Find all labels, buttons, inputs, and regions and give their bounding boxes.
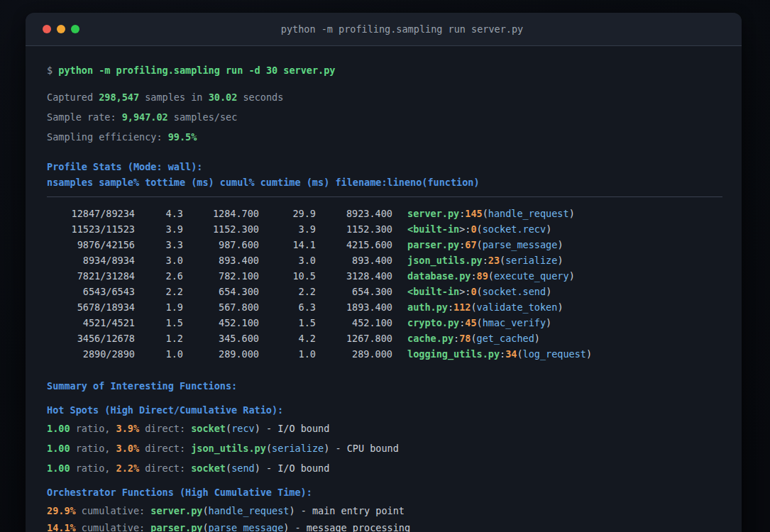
punctuation: : bbox=[453, 333, 459, 344]
stat-nsamples: 5678/18934 bbox=[47, 299, 135, 315]
terminal-body: $ python -m profiling.sampling run -d 30… bbox=[26, 46, 742, 532]
table-divider bbox=[47, 196, 722, 197]
punctuation: ( bbox=[477, 317, 483, 328]
description-note: - message processing bbox=[289, 522, 410, 532]
stat-cumtime: 893.400 bbox=[316, 253, 392, 268]
line-number: 0 bbox=[471, 286, 476, 297]
stat-location: <built-in>:0(socket.send) bbox=[392, 284, 722, 299]
captured-label: Captured bbox=[47, 92, 93, 103]
window-controls bbox=[43, 25, 79, 33]
hot-spots-title: Hot Spots (High Direct/Cumulative Ratio)… bbox=[47, 403, 722, 417]
zoom-button[interactable] bbox=[71, 25, 79, 33]
function-name: get_cached bbox=[477, 333, 534, 344]
stat-nsamples: 8934/8934 bbox=[47, 253, 135, 268]
function-name: parse_message bbox=[209, 522, 284, 532]
minimize-button[interactable] bbox=[57, 25, 65, 33]
cumulative-label: cumulative: bbox=[76, 505, 151, 516]
filename: json_utils.py bbox=[407, 255, 483, 266]
stat-nsamples: 2890/2890 bbox=[47, 346, 135, 362]
samples-count: 298,547 bbox=[99, 92, 139, 103]
filename: server.py bbox=[150, 505, 202, 516]
command-line: $ python -m profiling.sampling run -d 30… bbox=[47, 63, 722, 77]
stat-tottime: 987.600 bbox=[183, 237, 259, 253]
stat-tottime: 345.600 bbox=[183, 331, 259, 346]
punctuation: ( bbox=[202, 522, 208, 532]
efficiency-line: Sampling efficiency: 99.5% bbox=[47, 130, 722, 144]
punctuation: ( bbox=[471, 333, 476, 344]
punctuation: : bbox=[471, 270, 476, 282]
cumulative-label: cumulative: bbox=[76, 522, 151, 532]
table-row: 5678/189341.9567.8006.31893.400auth.py:1… bbox=[47, 299, 722, 315]
punctuation: ( bbox=[471, 301, 476, 313]
orchestrators-list: 29.9% cumulative: server.py(handle_reque… bbox=[47, 504, 722, 532]
ratio-label: ratio, bbox=[70, 462, 116, 474]
stat-sample_pct: 3.3 bbox=[135, 237, 183, 253]
function-name: handle_request bbox=[488, 208, 569, 219]
stat-location: parser.py:67(parse_message) bbox=[392, 237, 722, 253]
ratio-label: ratio, bbox=[70, 443, 116, 454]
cumulative-percent: 14.1% bbox=[47, 522, 76, 532]
filename: server.py bbox=[407, 208, 459, 219]
punctuation: ) bbox=[255, 462, 260, 474]
seconds-label: seconds bbox=[243, 92, 283, 103]
filename: <built-in bbox=[407, 223, 459, 235]
function-name: serialize bbox=[272, 443, 324, 454]
punctuation: ) bbox=[557, 239, 563, 250]
filename: json_utils.py bbox=[191, 443, 266, 454]
punctuation: ( bbox=[266, 443, 272, 454]
filename: <built-in bbox=[407, 286, 459, 297]
stat-location: server.py:145(handle_request) bbox=[392, 206, 722, 221]
filename: parser.py bbox=[150, 522, 202, 532]
stat-cumtime: 1267.800 bbox=[316, 331, 392, 346]
profile-table-header: nsamples sample% tottime (ms) cumul% cum… bbox=[47, 175, 722, 189]
direct-label: direct: bbox=[139, 423, 191, 434]
filename: socket bbox=[191, 462, 226, 474]
stat-cumtime: 1893.400 bbox=[316, 299, 392, 315]
efficiency-label: Sampling efficiency: bbox=[47, 131, 163, 143]
stat-tottime: 1152.300 bbox=[183, 221, 259, 237]
punctuation: ( bbox=[500, 255, 505, 266]
stat-cumul_pct: 1.5 bbox=[259, 315, 316, 331]
stat-nsamples: 11523/11523 bbox=[47, 221, 135, 237]
cumulative-percent: 29.9% bbox=[47, 505, 76, 516]
punctuation: ) bbox=[534, 333, 540, 344]
stat-location: crypto.py:45(hmac_verify) bbox=[392, 315, 722, 331]
window-title: python -m profiling.sampling run server.… bbox=[79, 23, 725, 35]
direct-label: direct: bbox=[139, 443, 191, 454]
stat-nsamples: 6543/6543 bbox=[47, 284, 135, 299]
table-row: 7821/312842.6782.10010.53128.400database… bbox=[47, 268, 722, 284]
stat-location: database.py:89(execute_query) bbox=[392, 268, 722, 284]
filename: auth.py bbox=[407, 301, 448, 313]
terminal-window: python -m profiling.sampling run server.… bbox=[26, 13, 742, 532]
stat-cumul_pct: 29.9 bbox=[259, 206, 316, 221]
summary-title: Summary of Interesting Functions: bbox=[47, 379, 722, 393]
function-name: send bbox=[231, 462, 255, 474]
window-titlebar[interactable]: python -m profiling.sampling run server.… bbox=[26, 13, 742, 46]
function-name: recv bbox=[231, 423, 255, 434]
table-row: 11523/115233.91152.3003.91152.300<built-… bbox=[47, 221, 722, 237]
direct-percent: 3.0% bbox=[116, 443, 140, 454]
bound-note: - I/O bound bbox=[260, 462, 330, 474]
punctuation: ( bbox=[483, 208, 488, 219]
function-name: validate_token bbox=[477, 301, 558, 313]
function-name: hmac_verify bbox=[483, 317, 546, 328]
duration-value: 30.02 bbox=[209, 92, 238, 103]
direct-label: direct: bbox=[139, 462, 191, 474]
punctuation: ) bbox=[557, 255, 563, 266]
ratio-label: ratio, bbox=[70, 423, 116, 434]
punctuation: : bbox=[500, 348, 505, 360]
stat-cumtime: 8923.400 bbox=[316, 206, 392, 221]
stat-location: json_utils.py:23(serialize) bbox=[392, 253, 722, 268]
bound-note: - I/O bound bbox=[260, 423, 330, 434]
punctuation: ( bbox=[477, 286, 483, 297]
stat-cumul_pct: 14.1 bbox=[259, 237, 316, 253]
close-button[interactable] bbox=[43, 25, 51, 33]
hot-spot-item: 1.00 ratio, 3.9% direct: socket(recv) - … bbox=[47, 421, 722, 436]
punctuation: ( bbox=[517, 348, 522, 360]
orchestrator-item: 14.1% cumulative: parser.py(parse_messag… bbox=[47, 521, 722, 532]
punctuation: ( bbox=[477, 239, 483, 250]
line-number: 23 bbox=[488, 255, 500, 266]
punctuation: ) bbox=[546, 317, 551, 328]
stat-sample_pct: 2.6 bbox=[135, 268, 183, 284]
stat-cumtime: 4215.600 bbox=[316, 237, 392, 253]
